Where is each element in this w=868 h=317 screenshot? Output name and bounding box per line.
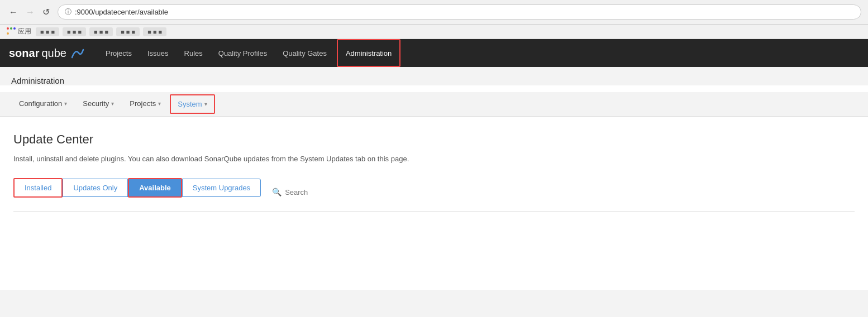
configuration-dropdown-arrow: ▾ (64, 100, 67, 107)
tab-updates-only[interactable]: Updates Only (63, 179, 128, 197)
nav-item-administration[interactable]: Administration (337, 39, 400, 67)
apps-label: 应用 (18, 27, 31, 36)
update-center-description: Install, uninstall and delete plugins. Y… (13, 153, 855, 165)
sonar-navbar: sonarqube Projects Issues Rules Quality … (0, 39, 868, 67)
bookmark-item[interactable]: ■ ■ ■ (116, 27, 140, 36)
nav-item-issues[interactable]: Issues (140, 39, 177, 67)
refresh-button[interactable]: ↺ (40, 6, 52, 18)
tab-row: Installed Updates Only Available System … (13, 178, 855, 206)
bookmarks-bar: 应用 ■ ■ ■ ■ ■ ■ ■ ■ ■ ■ ■ ■ ■ ■ ■ (0, 25, 868, 39)
logo-text-sonar: sonar (9, 47, 39, 60)
tab-system-upgrades[interactable]: System Upgrades (182, 179, 261, 197)
sub-nav-configuration-label: Configuration (19, 99, 62, 108)
sub-nav-security-label: Security (83, 99, 109, 108)
bookmark-item[interactable]: ■ ■ ■ (89, 27, 113, 36)
sub-navigation: Configuration ▾ Security ▾ Projects ▾ Sy… (0, 92, 868, 117)
address-info-icon: ⓘ (65, 7, 71, 17)
apps-section: 应用 (7, 27, 31, 36)
bookmark-items: ■ ■ ■ ■ ■ ■ ■ ■ ■ ■ ■ ■ ■ ■ ■ (36, 27, 166, 36)
nav-item-quality-gates[interactable]: Quality Gates (275, 39, 335, 67)
nav-items: Projects Issues Rules Quality Profiles Q… (98, 39, 403, 67)
main-area: Update Center Install, uninstall and del… (0, 117, 868, 223)
nav-buttons: ← → ↺ (7, 6, 52, 18)
sub-nav-projects[interactable]: Projects ▾ (122, 94, 169, 114)
system-dropdown-arrow: ▾ (204, 101, 207, 107)
tab-installed[interactable]: Installed (13, 178, 63, 198)
nav-item-rules[interactable]: Rules (177, 39, 211, 67)
admin-title: Administration (11, 76, 857, 85)
sub-nav-system[interactable]: System ▾ (170, 94, 214, 114)
projects-dropdown-arrow: ▾ (158, 100, 161, 107)
update-center-title: Update Center (13, 132, 855, 147)
browser-chrome: ← → ↺ ⓘ :9000/updatecenter/available (0, 0, 868, 25)
sub-nav-system-label: System (178, 100, 202, 108)
nav-item-quality-profiles[interactable]: Quality Profiles (211, 39, 275, 67)
sub-nav-projects-label: Projects (130, 99, 156, 108)
search-input[interactable] (285, 188, 352, 196)
url-display: :9000/updatecenter/available (75, 8, 168, 16)
bottom-divider (13, 211, 855, 212)
sub-nav-security[interactable]: Security ▾ (75, 94, 122, 114)
bookmark-item[interactable]: ■ ■ ■ (63, 27, 86, 36)
tab-buttons: Installed Updates Only Available System … (13, 178, 261, 198)
apps-dots-icon (7, 27, 16, 36)
back-button[interactable]: ← (7, 6, 20, 18)
sonar-logo-icon (71, 47, 84, 59)
bookmark-item[interactable]: ■ ■ ■ (36, 27, 59, 36)
search-area: 🔍 (272, 188, 352, 196)
bookmark-item[interactable]: ■ ■ ■ (143, 27, 166, 36)
nav-item-projects[interactable]: Projects (98, 39, 140, 67)
tab-available[interactable]: Available (128, 178, 182, 198)
forward-button[interactable]: → (23, 6, 37, 18)
page-content: Administration Configuration ▾ Security … (0, 67, 868, 290)
logo-text-qube: qube (41, 47, 66, 60)
security-dropdown-arrow: ▾ (111, 100, 114, 107)
search-icon: 🔍 (272, 188, 282, 196)
sub-nav-configuration[interactable]: Configuration ▾ (11, 94, 75, 114)
sonar-logo[interactable]: sonarqube (9, 47, 84, 60)
address-bar[interactable]: ⓘ :9000/updatecenter/available (58, 4, 861, 20)
admin-header: Administration (0, 67, 868, 85)
